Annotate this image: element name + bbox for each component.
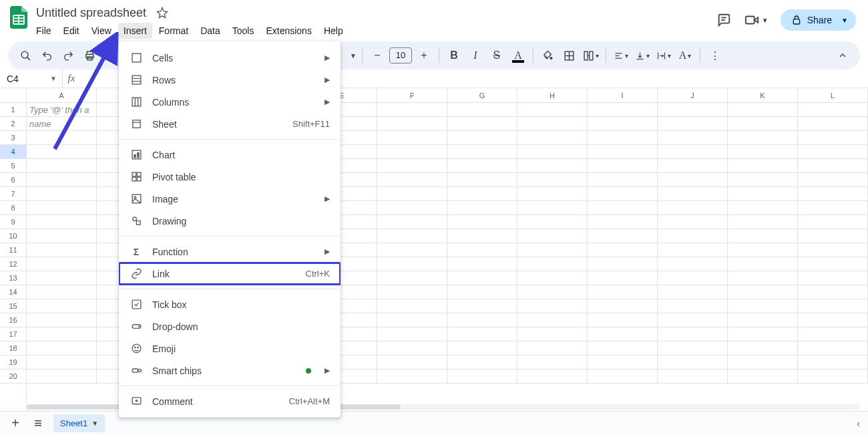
- cell[interactable]: [377, 117, 447, 131]
- col-header[interactable]: F: [377, 88, 447, 102]
- cell[interactable]: [588, 159, 658, 173]
- paint-format-icon[interactable]: [101, 46, 120, 65]
- cell[interactable]: [798, 299, 868, 313]
- cell[interactable]: [377, 145, 447, 159]
- cell[interactable]: [658, 243, 728, 257]
- cell[interactable]: [517, 229, 588, 243]
- cell[interactable]: [798, 173, 868, 187]
- insert-cells[interactable]: Cells ▶: [119, 47, 341, 69]
- insert-smart-chips[interactable]: Smart chips ▶: [119, 359, 341, 382]
- cell[interactable]: [377, 187, 447, 201]
- cell[interactable]: [377, 285, 447, 299]
- cell[interactable]: [447, 173, 517, 187]
- cell[interactable]: [658, 215, 728, 229]
- cell[interactable]: [377, 299, 447, 313]
- collapse-toolbar-icon[interactable]: [833, 46, 852, 65]
- cell[interactable]: [447, 313, 517, 327]
- cell[interactable]: [447, 299, 517, 313]
- row-header[interactable]: 9: [0, 215, 26, 229]
- cell[interactable]: [517, 355, 588, 370]
- search-icon[interactable]: [16, 46, 35, 65]
- cell[interactable]: [728, 243, 798, 257]
- cell[interactable]: [377, 201, 447, 215]
- cell[interactable]: [658, 145, 728, 159]
- share-button[interactable]: Share ▼: [781, 9, 856, 31]
- cell[interactable]: [27, 117, 97, 131]
- cell[interactable]: [27, 243, 97, 257]
- menu-help[interactable]: Help: [318, 23, 349, 39]
- insert-pivot-table[interactable]: Pivot table: [119, 166, 341, 188]
- cell[interactable]: [447, 117, 517, 131]
- row-header[interactable]: 10: [0, 229, 26, 243]
- cell[interactable]: [728, 187, 798, 201]
- cell[interactable]: [658, 370, 728, 384]
- cell[interactable]: [728, 103, 798, 117]
- cell[interactable]: [517, 117, 588, 131]
- cell[interactable]: [588, 131, 658, 145]
- col-header[interactable]: K: [728, 88, 798, 102]
- col-header[interactable]: A: [27, 88, 97, 102]
- cell[interactable]: [447, 355, 517, 370]
- cell[interactable]: [447, 131, 517, 145]
- add-sheet-button[interactable]: +: [8, 416, 23, 431]
- cell[interactable]: [447, 201, 517, 215]
- cell[interactable]: [658, 257, 728, 271]
- cell[interactable]: [377, 355, 447, 370]
- redo-icon[interactable]: [59, 46, 77, 65]
- cell[interactable]: [798, 271, 868, 285]
- cell[interactable]: [798, 355, 868, 370]
- cell[interactable]: [377, 215, 447, 229]
- caret-down-icon[interactable]: ▼: [837, 17, 848, 24]
- cell[interactable]: [658, 341, 728, 355]
- cell[interactable]: [517, 103, 588, 117]
- cell[interactable]: [798, 257, 868, 271]
- cell[interactable]: [377, 327, 447, 341]
- fill-color-icon[interactable]: [539, 46, 558, 65]
- row-header[interactable]: 17: [0, 327, 26, 341]
- cell[interactable]: [27, 370, 97, 384]
- italic-icon[interactable]: I: [466, 46, 485, 65]
- cell[interactable]: [658, 271, 728, 285]
- menu-file[interactable]: File: [31, 23, 57, 39]
- cell[interactable]: [517, 215, 588, 229]
- cell[interactable]: [658, 327, 728, 341]
- cell[interactable]: [798, 285, 868, 299]
- cell[interactable]: [588, 327, 658, 341]
- cell[interactable]: [798, 243, 868, 257]
- cell[interactable]: [27, 173, 97, 187]
- select-all-corner[interactable]: [0, 88, 27, 102]
- strikethrough-icon[interactable]: S: [487, 46, 506, 65]
- cell[interactable]: [728, 285, 798, 299]
- cell[interactable]: [588, 271, 658, 285]
- insert-function[interactable]: Σ Function ▶: [119, 241, 341, 263]
- undo-icon[interactable]: [37, 46, 56, 65]
- h-align-icon[interactable]: ▾: [612, 46, 630, 65]
- cell[interactable]: [798, 131, 868, 145]
- cell[interactable]: [588, 355, 658, 370]
- cell[interactable]: [517, 271, 588, 285]
- cell[interactable]: [27, 215, 97, 229]
- cell[interactable]: [728, 341, 798, 355]
- side-panel-toggle[interactable]: ‹: [857, 418, 860, 429]
- insert-image[interactable]: Image ▶: [119, 188, 341, 210]
- cell[interactable]: [447, 285, 517, 299]
- cell[interactable]: [588, 257, 658, 271]
- cell[interactable]: [798, 229, 868, 243]
- comments-icon[interactable]: [715, 11, 732, 29]
- cell[interactable]: [728, 355, 798, 370]
- cell[interactable]: [517, 370, 588, 384]
- row-header[interactable]: 12: [0, 257, 26, 271]
- v-align-icon[interactable]: ▾: [633, 46, 652, 65]
- cell[interactable]: [27, 159, 97, 173]
- cell[interactable]: [658, 201, 728, 215]
- cell[interactable]: [447, 243, 517, 257]
- col-header[interactable]: L: [798, 88, 868, 102]
- cell[interactable]: [517, 313, 588, 327]
- borders-icon[interactable]: [560, 46, 579, 65]
- cell[interactable]: [447, 159, 517, 173]
- cell[interactable]: [798, 145, 868, 159]
- cell[interactable]: [588, 145, 658, 159]
- col-header[interactable]: J: [658, 88, 728, 102]
- cell[interactable]: [798, 103, 868, 117]
- document-title[interactable]: Untitled spreadsheet: [33, 5, 149, 21]
